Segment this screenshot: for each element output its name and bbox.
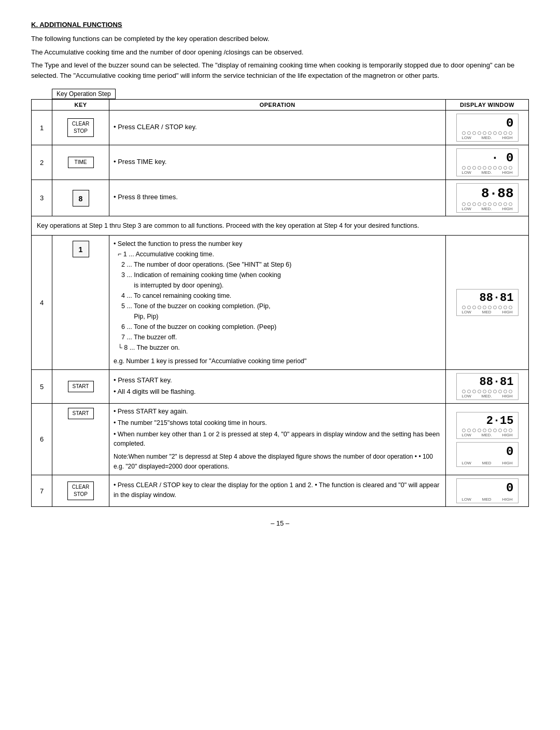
display-digits: 88·81 [461,376,514,389]
display-dot [467,166,471,170]
step4-item: 6 ... Tone of the buzzer on cooking comp… [118,322,441,332]
number-1-key[interactable]: 1 [73,241,89,257]
display-dot [472,306,476,309]
display-dots-row [461,390,514,393]
label-high: HIGH [502,394,512,398]
step4-note: e.g. Number 1 key is pressed for "Accuml… [114,356,441,366]
label-low: LOW [462,135,471,140]
display-dot [498,429,502,432]
display-dot [478,390,481,393]
display-dot [488,429,492,432]
step4-list: ⌐ 1 ... Accumulative cooking time. 2 ...… [114,249,441,353]
key-cell: CLEARSTOP [52,111,109,145]
start-key-5[interactable]: START [68,381,94,392]
table-row: 5 START Press START key. All 4 digits wi… [32,370,529,404]
display-dot [493,166,497,170]
key-cell: CLEARSTOP [52,475,109,507]
label-med: MED. [482,433,492,437]
clear-stop-key-7[interactable]: CLEARSTOP [67,481,94,500]
step-number: 7 [32,475,52,507]
header-display: DISPLAY WINDOW [446,100,529,111]
label-high: HIGH [502,433,512,437]
label-high: HIGH [502,170,512,175]
step-number: 6 [32,404,52,475]
op-text: Press CLEAR / STOP key. [114,122,441,132]
display-box: 0 [456,114,519,142]
display-labels: LOW MED. HIGH [461,433,514,437]
clear-stop-key-1[interactable]: CLEARSTOP [67,118,94,137]
display-box: 0 LOW MED HIGH [456,478,519,503]
step-number: 2 [32,145,52,180]
display-dot [462,429,466,432]
page-number: – 15 – [31,519,529,527]
header-operation: OPERATION [109,100,446,111]
display-dot [493,131,497,135]
label-high: HIGH [502,135,512,140]
display-dot [462,166,466,170]
display-dot [488,390,492,393]
section-title: K. ADDITIONAL FUNCTIONS [31,21,529,29]
key-cell: START [52,370,109,404]
op-text: All 4 digits will be flashing. [114,387,441,397]
display-box-top: 2·15 [456,412,519,439]
display-dot [472,166,476,170]
display-dot [462,306,466,309]
display-dot [478,166,481,170]
display-dot [483,202,486,206]
display-dot [472,390,476,393]
time-key[interactable]: TIME [68,157,94,168]
display-dots-row [461,131,514,135]
label-low: LOW [462,433,471,437]
header-step [32,100,52,111]
key-cell: START [52,404,109,475]
display-dot [498,131,502,135]
display-dot [483,306,486,309]
display-labels: LOW MED. HIGH [461,135,514,140]
operation-cell: Press CLEAR / STOP key to clear the disp… [109,475,446,507]
label-med: MED. [482,206,492,211]
display-dot [509,429,512,432]
label-med: MED. [482,170,492,175]
display-dot [509,166,512,170]
display-dot [493,202,497,206]
key-cell: 8 [52,180,109,216]
step4-item: 3 ... Indication of remaining cooking ti… [118,270,441,280]
intro-block: The following functions can be completed… [31,34,529,80]
step6-example: e.g. "20" displayed=2000 door operations… [114,462,441,472]
display-dot [488,306,492,309]
op-text: Press START key. [114,375,441,385]
number-8-key[interactable]: 8 [73,190,89,206]
start-key-6[interactable]: START [68,408,94,419]
display-digits: 8·88 [461,186,514,201]
operation-cell: Press START key. All 4 digits will be fl… [109,370,446,404]
table-row: 2 TIME Press TIME key. · 0 [32,145,529,180]
display-labels: LOW MED. HIGH [461,170,514,175]
display-dot [467,390,471,393]
label-high: HIGH [502,206,512,211]
label-low: LOW [462,461,471,465]
op-text: Press CLEAR / STOP key to clear the disp… [114,480,441,500]
operation-cell: Press TIME key. [109,145,446,180]
label-med: MED [482,497,492,502]
key-op-label: Key Operation Step [52,89,116,99]
op-text: Press START key again. [114,407,441,417]
display-dot [493,306,497,309]
intro-line-2: The Accumulative cooking time and the nu… [31,47,529,58]
step6-note: Note:When number "2" is depressd at Step… [114,452,441,462]
display-dot [493,429,497,432]
display-dot [509,306,512,309]
display-cell: · 0 [446,145,529,180]
display-dot [509,131,512,135]
display-dot [483,131,486,135]
colspan-text: Key operations at Step 1 thru Step 3 are… [32,216,529,236]
display-labels: LOW MED HIGH [461,497,514,502]
display-cell: 88·81 [446,236,529,370]
colspan-row: Key operations at Step 1 thru Step 3 are… [32,216,529,236]
display-digits: · 0 [461,151,514,165]
step4-intro: • Select the function to press the numbe… [114,239,441,249]
display-box-bottom: 0 LOW MED HIGH [456,442,519,467]
step-number: 1 [32,111,52,145]
label-low: LOW [462,310,471,314]
step4-item: is interrupted by door opening). [118,280,441,291]
label-med: MED. [482,394,492,398]
